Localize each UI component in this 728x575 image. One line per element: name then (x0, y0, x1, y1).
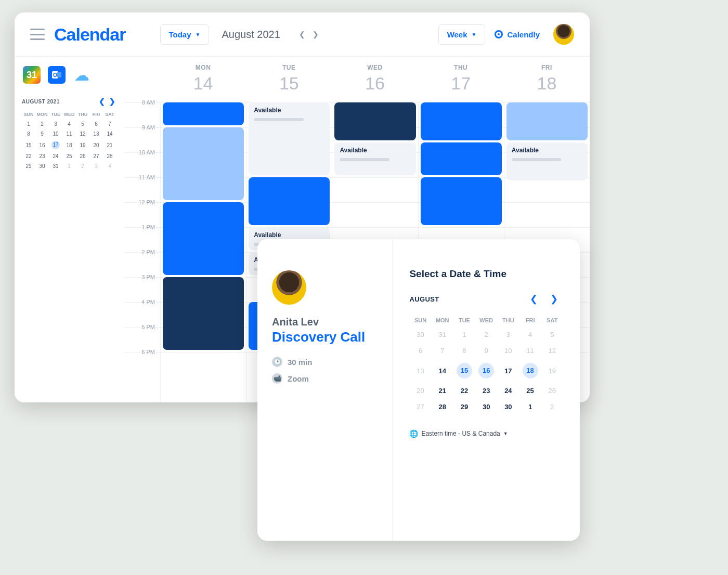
popup-day[interactable]: 6 (409, 343, 431, 359)
mini-prev-icon[interactable]: ❮ (98, 97, 107, 106)
mini-day[interactable]: 3 (89, 161, 103, 171)
popup-day[interactable]: 10 (497, 343, 519, 359)
mini-day[interactable]: 5 (76, 119, 89, 129)
popup-day[interactable]: 30 (409, 326, 431, 343)
mini-day[interactable]: 20 (89, 139, 103, 151)
popup-day[interactable]: 19 (541, 359, 563, 383)
popup-day[interactable]: 2 (541, 399, 563, 415)
popup-day[interactable]: 12 (541, 343, 563, 359)
calendar-event[interactable] (163, 202, 244, 275)
icloud-icon[interactable]: ☁ (73, 66, 90, 84)
mini-day[interactable]: 3 (49, 119, 62, 129)
day-column[interactable] (160, 102, 246, 402)
calendar-event[interactable] (163, 102, 244, 125)
popup-day[interactable]: 15 (453, 359, 475, 383)
mini-day[interactable]: 22 (22, 151, 35, 161)
mini-day[interactable]: 2 (35, 119, 49, 129)
prev-period-icon[interactable]: ❮ (297, 29, 307, 40)
popup-prev-month-icon[interactable]: ❮ (525, 294, 543, 304)
mini-day[interactable]: 12 (76, 129, 89, 139)
popup-day[interactable]: 30 (497, 399, 519, 415)
popup-day[interactable]: 4 (519, 326, 541, 343)
brand-badge[interactable]: Calendly (495, 30, 540, 39)
google-calendar-icon[interactable]: 31 (23, 66, 41, 84)
popup-day[interactable]: 18 (519, 359, 541, 383)
calendar-event[interactable] (421, 177, 502, 225)
popup-day[interactable]: 21 (432, 383, 453, 399)
mini-day[interactable]: 24 (49, 151, 62, 161)
available-slot[interactable]: Available (506, 142, 588, 180)
popup-day[interactable]: 11 (519, 343, 541, 359)
popup-day[interactable]: 7 (432, 343, 453, 359)
mini-day[interactable]: 14 (103, 129, 116, 139)
mini-day[interactable]: 9 (35, 129, 49, 139)
mini-day[interactable]: 4 (103, 161, 116, 171)
popup-day[interactable]: 13 (409, 359, 431, 383)
popup-day[interactable]: 25 (519, 383, 541, 399)
popup-day[interactable]: 2 (475, 326, 497, 343)
popup-day[interactable]: 1 (453, 326, 475, 343)
mini-day[interactable]: 11 (62, 129, 76, 139)
popup-next-month-icon[interactable]: ❯ (545, 294, 563, 304)
mini-day[interactable]: 2 (76, 161, 89, 171)
avatar[interactable] (553, 24, 574, 45)
mini-day[interactable]: 21 (103, 139, 116, 151)
view-button[interactable]: Week ▼ (438, 24, 486, 45)
popup-day[interactable]: 23 (475, 383, 497, 399)
popup-day[interactable]: 17 (497, 359, 519, 383)
popup-day[interactable]: 26 (541, 383, 563, 399)
popup-day[interactable]: 29 (453, 399, 475, 415)
mini-day[interactable]: 6 (89, 119, 103, 129)
calendar-event[interactable] (506, 102, 588, 140)
mini-day[interactable]: 28 (103, 151, 116, 161)
popup-day[interactable]: 1 (519, 399, 541, 415)
mini-day[interactable]: 25 (62, 151, 76, 161)
mini-day[interactable]: 31 (49, 161, 62, 171)
mini-day[interactable]: 27 (89, 151, 103, 161)
popup-day[interactable]: 22 (453, 383, 475, 399)
popup-day[interactable]: 28 (432, 399, 453, 415)
mini-day[interactable]: 7 (103, 119, 116, 129)
timezone-picker[interactable]: 🌐 Eastern time - US & Canada ▼ (409, 429, 563, 438)
mini-day[interactable]: 16 (35, 139, 49, 151)
mini-day[interactable]: 18 (62, 139, 76, 151)
popup-day[interactable]: 8 (453, 343, 475, 359)
popup-day[interactable]: 27 (409, 399, 431, 415)
mini-day[interactable]: 15 (22, 139, 35, 151)
popup-day[interactable]: 3 (497, 326, 519, 343)
popup-day[interactable]: 24 (497, 383, 519, 399)
next-period-icon[interactable]: ❯ (310, 29, 321, 40)
popup-day[interactable]: 30 (475, 399, 497, 415)
popup-day[interactable]: 5 (541, 326, 563, 343)
mini-next-icon[interactable]: ❯ (108, 97, 117, 106)
available-slot[interactable]: Available (249, 102, 330, 175)
mini-day[interactable]: 30 (35, 161, 49, 171)
mini-day[interactable]: 10 (49, 129, 62, 139)
mini-day[interactable]: 17 (49, 139, 62, 151)
mini-day[interactable]: 4 (62, 119, 76, 129)
calendar-event[interactable] (421, 142, 502, 175)
mini-day[interactable]: 1 (62, 161, 76, 171)
mini-day[interactable]: 29 (22, 161, 35, 171)
calendar-event[interactable] (334, 102, 415, 140)
duration-row: 🕒 30 min (272, 357, 378, 367)
available-slot[interactable]: Available (334, 142, 415, 175)
mini-day[interactable]: 8 (22, 129, 35, 139)
calendar-event[interactable] (163, 277, 244, 350)
mini-day[interactable]: 19 (76, 139, 89, 151)
mini-day[interactable]: 26 (76, 151, 89, 161)
mini-day[interactable]: 23 (35, 151, 49, 161)
outlook-icon[interactable]: O (48, 66, 66, 84)
menu-icon[interactable] (30, 29, 45, 40)
mini-day[interactable]: 13 (89, 129, 103, 139)
popup-day[interactable]: 14 (432, 359, 453, 383)
popup-day[interactable]: 31 (432, 326, 453, 343)
popup-day[interactable]: 20 (409, 383, 431, 399)
calendar-event[interactable] (421, 102, 502, 140)
popup-day[interactable]: 16 (475, 359, 497, 383)
calendar-event[interactable] (163, 127, 244, 200)
calendar-event[interactable] (249, 177, 330, 225)
mini-day[interactable]: 1 (22, 119, 35, 129)
popup-day[interactable]: 9 (475, 343, 497, 359)
today-button[interactable]: Today ▼ (160, 24, 210, 45)
